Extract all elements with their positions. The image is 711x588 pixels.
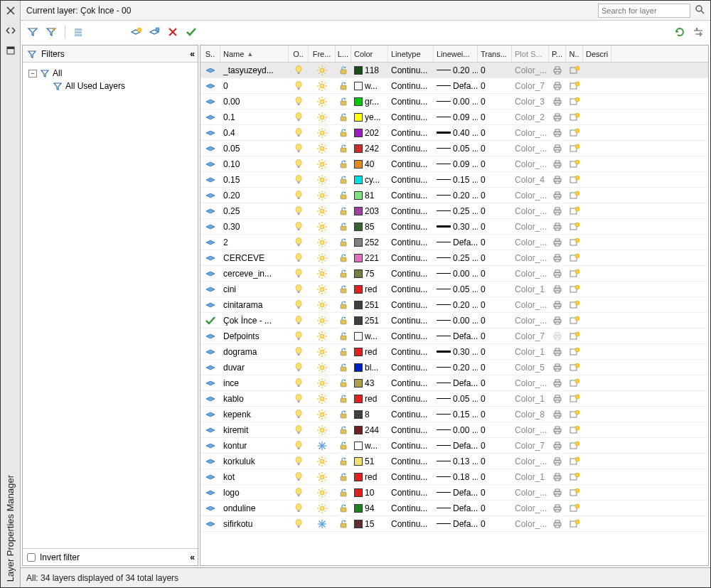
linetype-cell[interactable]: Continu... [388,425,434,435]
close-icon[interactable] [3,3,18,18]
color-cell[interactable]: 252 [351,237,388,247]
transparency-cell[interactable]: 0 [478,253,512,263]
col-description[interactable]: Descri [583,46,611,62]
lineweight-cell[interactable]: Defa... [434,378,478,388]
linetype-cell[interactable]: Continu... [388,331,434,341]
new-vp-freeze-icon[interactable] [566,456,583,466]
table-row[interactable]: 0.3085Continu...0.30 ...0Color_... [201,219,708,235]
lock-open-icon[interactable] [336,253,351,263]
printer-icon[interactable] [549,441,566,451]
linetype-cell[interactable]: Continu... [388,519,434,529]
lightbulb-on-icon[interactable] [289,331,309,341]
color-cell[interactable]: 40 [351,159,388,169]
layer-name[interactable]: cini [220,284,289,294]
sun-icon[interactable] [309,128,336,138]
printer-icon[interactable] [549,191,566,201]
tree-item-all[interactable]: − All [26,67,195,80]
linetype-cell[interactable]: Continu... [388,97,434,107]
color-cell[interactable]: 85 [351,222,388,232]
properties-icon[interactable] [3,43,18,58]
new-vp-freeze-icon[interactable] [566,144,583,154]
col-name[interactable]: Name▲ [220,46,289,62]
linetype-cell[interactable]: Continu... [388,128,434,138]
color-cell[interactable]: red [351,472,388,482]
new-vp-freeze-icon[interactable] [566,425,583,435]
color-cell[interactable]: red [351,347,388,357]
layer-name[interactable]: 0.10 [220,159,289,169]
table-row[interactable]: 0.1040Continu...0.09 ...0Color_... [201,156,708,172]
lineweight-cell[interactable]: 0.15 ... [434,175,478,185]
color-cell[interactable]: 118 [351,65,388,75]
sun-icon[interactable] [309,300,336,310]
lineweight-cell[interactable]: Defa... [434,331,478,341]
new-vp-freeze-icon[interactable] [566,237,583,247]
lightbulb-on-icon[interactable] [289,441,309,451]
sun-icon[interactable] [309,191,336,201]
linetype-cell[interactable]: Continu... [388,65,434,75]
lightbulb-on-icon[interactable] [289,410,309,419]
sun-icon[interactable] [309,222,336,232]
sun-icon[interactable] [309,410,336,419]
lineweight-cell[interactable]: 0.09 ... [434,159,478,169]
transparency-cell[interactable]: 0 [478,237,512,247]
transparency-cell[interactable]: 0 [478,378,512,388]
layer-name[interactable]: dograma [220,347,289,357]
printer-icon[interactable] [549,222,566,232]
lineweight-cell[interactable]: 0.25 ... [434,253,478,263]
layer-name[interactable]: 0.05 [220,144,289,154]
layer-name[interactable]: kontur [220,441,289,451]
new-vp-freeze-icon[interactable] [566,112,583,122]
color-cell[interactable]: 15 [351,519,388,529]
linetype-cell[interactable]: Continu... [388,237,434,247]
lightbulb-on-icon[interactable] [289,206,309,216]
transparency-cell[interactable]: 0 [478,269,512,279]
col-plot[interactable]: P... [549,46,566,62]
sun-icon[interactable] [309,347,336,357]
transparency-cell[interactable]: 0 [478,175,512,185]
lock-open-icon[interactable] [336,237,351,247]
printer-icon[interactable] [549,394,566,404]
lightbulb-on-icon[interactable] [289,159,309,169]
new-vp-freeze-icon[interactable] [566,284,583,294]
lock-open-icon[interactable] [336,425,351,435]
lineweight-cell[interactable]: Defa... [434,81,478,91]
color-cell[interactable]: ye... [351,112,388,122]
lightbulb-on-icon[interactable] [289,269,309,279]
lightbulb-on-icon[interactable] [289,191,309,201]
layer-states-button[interactable] [71,24,87,40]
lightbulb-on-icon[interactable] [289,519,309,529]
new-group-filter-button[interactable] [43,24,59,40]
sun-icon[interactable] [309,331,336,341]
printer-icon[interactable] [549,97,566,107]
new-vp-freeze-icon[interactable] [566,410,583,419]
transparency-cell[interactable]: 0 [478,316,512,326]
printer-icon[interactable] [549,65,566,75]
printer-icon[interactable] [549,206,566,216]
table-row[interactable]: kiremit244Continu...0.00 ...0Color_... [201,422,708,438]
sun-icon[interactable] [309,253,336,263]
lock-open-icon[interactable] [336,128,351,138]
lock-open-icon[interactable] [336,394,351,404]
search-input[interactable] [598,4,690,18]
lock-open-icon[interactable] [336,519,351,529]
color-cell[interactable]: 202 [351,128,388,138]
lineweight-cell[interactable]: 0.20 ... [434,65,478,75]
linetype-cell[interactable]: Continu... [388,410,434,419]
lock-open-icon[interactable] [336,488,351,498]
transparency-cell[interactable]: 0 [478,65,512,75]
table-row[interactable]: cinitarama251Continu...0.20 ...0Color_..… [201,297,708,313]
lightbulb-on-icon[interactable] [289,284,309,294]
layer-name[interactable]: logo [220,488,289,498]
linetype-cell[interactable]: Continu... [388,159,434,169]
color-cell[interactable]: w... [351,331,388,341]
lightbulb-on-icon[interactable] [289,112,309,122]
lock-open-icon[interactable] [336,503,351,513]
transparency-cell[interactable]: 0 [478,472,512,482]
color-cell[interactable]: 251 [351,316,388,326]
lock-open-icon[interactable] [336,378,351,388]
lock-open-icon[interactable] [336,144,351,154]
lineweight-cell[interactable]: Defa... [434,488,478,498]
lightbulb-on-icon[interactable] [289,128,309,138]
new-vp-freeze-icon[interactable] [566,378,583,388]
color-cell[interactable]: w... [351,81,388,91]
